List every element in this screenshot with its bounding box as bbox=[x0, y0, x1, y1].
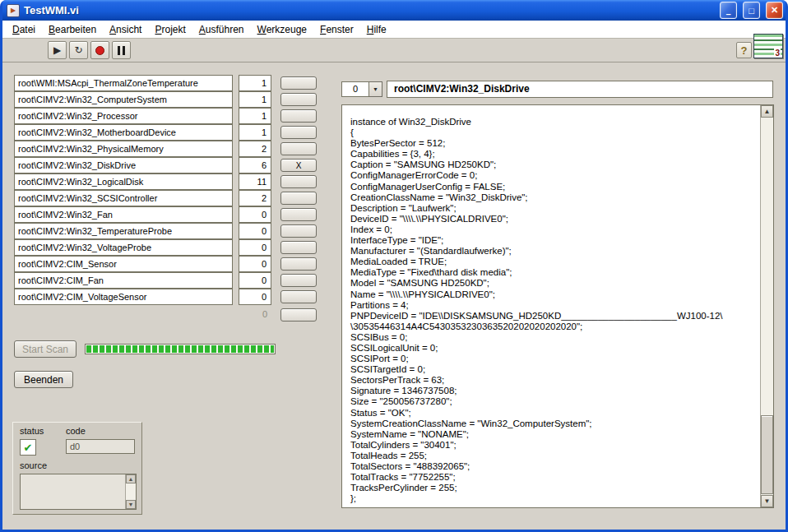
wmi-class-path[interactable]: root\CIMV2:Win32_MotherboardDevice bbox=[14, 124, 233, 141]
wmi-class-path[interactable]: root\CIMV2:Win32_Processor bbox=[14, 108, 233, 124]
wmi-footer-count: 0 bbox=[239, 307, 271, 323]
vi-icon-badge: 3 bbox=[774, 49, 781, 58]
scroll-down-button[interactable]: ▼ bbox=[126, 500, 136, 509]
window-body: DateiBearbeitenAnsichtProjektAusführenWe… bbox=[2, 21, 786, 530]
run-continuous-icon: ↻ bbox=[74, 44, 82, 56]
wmi-class-row: root\CIMV2:Win32_ComputerSystem 1 bbox=[14, 91, 317, 108]
menu-bar: DateiBearbeitenAnsichtProjektAusführenWe… bbox=[2, 21, 786, 39]
pause-icon bbox=[118, 46, 125, 55]
menu-item-bearbeiten[interactable]: Bearbeiten bbox=[42, 22, 103, 37]
wmi-select-button[interactable] bbox=[280, 76, 317, 90]
wmi-select-button[interactable] bbox=[280, 208, 317, 221]
start-scan-button[interactable]: Start Scan bbox=[14, 340, 76, 358]
menu-item-werkzeuge[interactable]: Werkzeuge bbox=[251, 22, 313, 37]
help-button[interactable]: ? bbox=[736, 42, 752, 58]
window: ▶ TestWMI.vi – □ ✕ DateiBearbeitenAnsich… bbox=[0, 0, 788, 532]
close-button[interactable]: ✕ bbox=[766, 2, 783, 19]
wmi-select-button[interactable] bbox=[280, 126, 317, 139]
scroll-up-button[interactable]: ▲ bbox=[126, 474, 136, 483]
source-field: ▲ ▼ bbox=[20, 474, 137, 510]
title-bar: ▶ TestWMI.vi – □ ✕ bbox=[2, 0, 786, 21]
wmi-class-row: root\WMI:MSAcpi_ThermalZoneTemperature 1 bbox=[14, 75, 317, 91]
instance-text: instance of Win32_DiskDrive { BytesPerSe… bbox=[342, 105, 759, 507]
code-field: d0 bbox=[66, 439, 135, 454]
wmi-class-list: root\WMI:MSAcpi_ThermalZoneTemperature 1… bbox=[14, 75, 317, 305]
status-led: ✔ bbox=[20, 439, 36, 456]
wmi-select-button[interactable] bbox=[280, 257, 317, 271]
wmi-class-path[interactable]: root\CIMV2:Win32_SCSIController bbox=[14, 190, 233, 206]
minimize-icon: – bbox=[725, 9, 730, 19]
wmi-class-row: root\CIMV2:Win32_LogicalDisk 11 bbox=[14, 173, 317, 190]
wmi-select-button[interactable] bbox=[280, 192, 317, 205]
wmi-class-count: 0 bbox=[239, 223, 271, 239]
menu-item-projekt[interactable]: Projekt bbox=[148, 22, 192, 37]
wmi-class-path[interactable]: root\CIMV2:Win32_ComputerSystem bbox=[14, 91, 233, 108]
scroll-thumb[interactable] bbox=[761, 415, 773, 494]
front-panel: root\WMI:MSAcpi_ThermalZoneTemperature 1… bbox=[2, 62, 786, 529]
code-label: code bbox=[66, 426, 86, 436]
abort-button[interactable] bbox=[90, 41, 109, 59]
run-button[interactable]: ▶ bbox=[48, 41, 67, 59]
wmi-class-row: root\CIMV2:CIM_Sensor 0 bbox=[14, 256, 317, 272]
minimize-button[interactable]: – bbox=[720, 2, 737, 19]
wmi-class-path[interactable]: root\WMI:MSAcpi_ThermalZoneTemperature bbox=[14, 75, 233, 91]
wmi-class-row: root\CIMV2:CIM_VoltageSensor 0 bbox=[14, 289, 317, 305]
chevron-down-icon[interactable]: ▼ bbox=[369, 81, 382, 97]
app-icon: ▶ bbox=[7, 4, 20, 17]
wmi-class-count: 0 bbox=[239, 272, 271, 289]
wmi-class-row: root\CIMV2:Win32_Processor 1 bbox=[14, 108, 317, 124]
wmi-class-count: 11 bbox=[239, 173, 271, 190]
wmi-class-path[interactable]: root\CIMV2:Win32_Fan bbox=[14, 206, 233, 223]
wmi-class-count: 2 bbox=[239, 190, 271, 206]
wmi-class-row: root\CIMV2:Win32_TemperatureProbe 0 bbox=[14, 223, 317, 239]
instance-scrollbar[interactable]: ▲ ▼ bbox=[760, 105, 773, 507]
maximize-button[interactable]: □ bbox=[743, 2, 760, 19]
wmi-class-count: 0 bbox=[239, 289, 271, 305]
wmi-select-button[interactable] bbox=[280, 241, 317, 254]
quit-button[interactable]: Beenden bbox=[14, 371, 73, 388]
wmi-select-button[interactable] bbox=[280, 93, 317, 106]
wmi-class-count: 0 bbox=[239, 206, 271, 223]
scan-progress-fill bbox=[86, 345, 274, 353]
menu-item-ausfhren[interactable]: Ausführen bbox=[192, 22, 251, 37]
wmi-class-count: 0 bbox=[239, 239, 271, 256]
wmi-class-count: 0 bbox=[239, 256, 271, 272]
wmi-select-button[interactable] bbox=[280, 109, 317, 123]
instance-index-ring[interactable]: 0 ▼ bbox=[341, 81, 382, 97]
status-label: status bbox=[20, 426, 44, 436]
menu-item-hilfe[interactable]: Hilfe bbox=[360, 22, 393, 37]
instance-index-value[interactable]: 0 bbox=[341, 81, 369, 97]
wmi-class-count: 1 bbox=[239, 108, 271, 124]
wmi-class-path[interactable]: root\CIMV2:CIM_Fan bbox=[14, 272, 233, 289]
wmi-class-path[interactable]: root\CIMV2:Win32_VoltageProbe bbox=[14, 239, 233, 256]
wmi-class-path[interactable]: root\CIMV2:CIM_Sensor bbox=[14, 256, 233, 272]
abort-icon bbox=[95, 46, 104, 55]
wmi-select-button[interactable] bbox=[280, 274, 317, 287]
wmi-class-row: root\CIMV2:CIM_Fan 0 bbox=[14, 272, 317, 289]
wmi-class-count: 1 bbox=[239, 124, 271, 141]
wmi-select-button[interactable] bbox=[280, 175, 317, 188]
wmi-select-button[interactable] bbox=[280, 290, 317, 303]
pause-button[interactable] bbox=[112, 41, 131, 59]
wmi-class-path[interactable]: root\CIMV2:Win32_DiskDrive bbox=[14, 157, 233, 173]
scroll-down-button[interactable]: ▼ bbox=[761, 495, 773, 507]
vi-icon[interactable]: 3 bbox=[753, 34, 783, 58]
menu-item-datei[interactable]: Datei bbox=[6, 22, 42, 37]
run-continuous-button[interactable]: ↻ bbox=[69, 41, 88, 59]
source-scrollbar[interactable]: ▲ ▼ bbox=[125, 474, 136, 509]
scroll-up-button[interactable]: ▲ bbox=[761, 105, 773, 118]
wmi-select-button[interactable] bbox=[280, 308, 317, 322]
wmi-select-button[interactable]: X bbox=[280, 159, 317, 172]
wmi-select-button[interactable] bbox=[280, 224, 317, 238]
menu-item-fenster[interactable]: Fenster bbox=[313, 22, 360, 37]
wmi-class-path[interactable]: root\CIMV2:CIM_VoltageSensor bbox=[14, 289, 233, 305]
close-icon: ✕ bbox=[771, 5, 778, 16]
wmi-select-button[interactable] bbox=[280, 142, 317, 155]
wmi-class-path[interactable]: root\CIMV2:Win32_LogicalDisk bbox=[14, 173, 233, 190]
wmi-class-path[interactable]: root\CIMV2:Win32_PhysicalMemory bbox=[14, 141, 233, 157]
wmi-class-count: 1 bbox=[239, 91, 271, 108]
source-label: source bbox=[20, 460, 47, 470]
menu-item-ansicht[interactable]: Ansicht bbox=[103, 22, 148, 37]
wmi-class-path[interactable]: root\CIMV2:Win32_TemperatureProbe bbox=[14, 223, 233, 239]
check-icon: ✔ bbox=[24, 442, 33, 454]
